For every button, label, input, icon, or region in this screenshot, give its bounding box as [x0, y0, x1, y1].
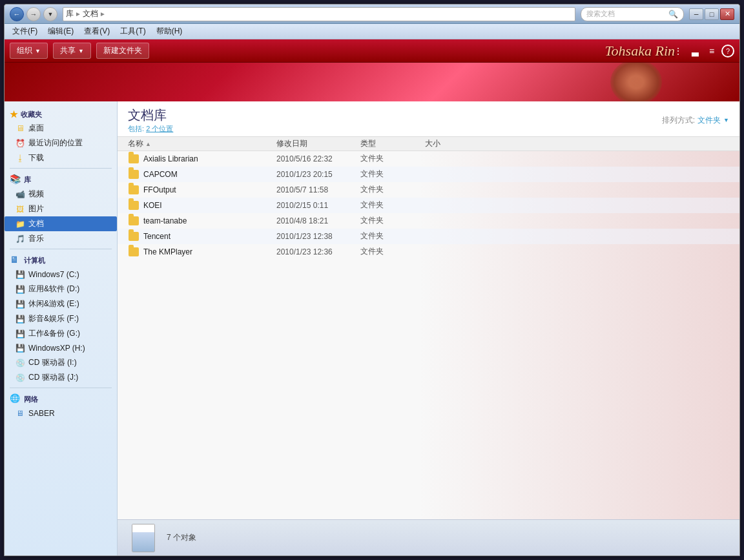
file-type: 文件夹	[360, 184, 425, 195]
sort-arrow: ▼	[723, 117, 729, 123]
folder-icon-2	[129, 185, 139, 194]
drive-g-icon: 💾	[15, 329, 25, 339]
file-folder-icon	[128, 185, 140, 195]
up-button[interactable]: ▼	[43, 7, 57, 21]
col-header-type[interactable]: 类型	[360, 138, 425, 149]
table-row[interactable]: FFOutput 2010/5/7 11:58 文件夹	[118, 182, 739, 198]
file-date: 2010/5/7 11:58	[276, 185, 360, 194]
file-type: 文件夹	[360, 169, 425, 180]
sidebar-item-recent[interactable]: ⏰ 最近访问的位置	[5, 136, 117, 150]
pictures-icon: 🖼	[15, 204, 25, 214]
table-row[interactable]: team-tanabe 2010/4/8 18:21 文件夹	[118, 213, 739, 229]
sidebar-item-documents[interactable]: 📁 文档	[5, 216, 117, 231]
table-row[interactable]: Axialis Librarian 2010/5/16 22:32 文件夹	[118, 151, 739, 167]
banner-character	[610, 63, 662, 101]
col-header-date[interactable]: 修改日期	[276, 138, 360, 149]
file-folder-icon	[128, 169, 140, 180]
search-bar[interactable]: 搜索文档 🔍	[581, 7, 684, 21]
content-area: ★ 收藏夹 🖥 桌面 ⏰ 最近访问的位置 ⭳ 下载	[5, 101, 739, 555]
sidebar-item-downloads[interactable]: ⭳ 下载	[5, 150, 117, 165]
library-icon: 📚	[10, 174, 21, 185]
folder-title-area: 文档库 包括: 2 个位置	[128, 107, 173, 134]
sidebar-favorites-group: ★ 收藏夹 🖥 桌面 ⏰ 最近访问的位置 ⭳ 下载	[5, 107, 117, 165]
sort-area: 排列方式: 文件夹 ▼	[662, 115, 729, 126]
sidebar: ★ 收藏夹 🖥 桌面 ⏰ 最近访问的位置 ⭳ 下载	[5, 101, 118, 555]
sidebar-drive-e[interactable]: 💾 休闲&游戏 (E:)	[5, 296, 117, 311]
layout-icon[interactable]: ▃	[688, 44, 702, 58]
sidebar-item-saber[interactable]: 🖥 SABER	[5, 406, 117, 420]
folder-header: 文档库 包括: 2 个位置 排列方式: 文件夹 ▼	[118, 101, 739, 137]
sidebar-drive-c[interactable]: 💾 Windows7 (C:)	[5, 267, 117, 282]
minimize-button[interactable]: –	[689, 8, 703, 20]
sidebar-item-video[interactable]: 📹 视频	[5, 187, 117, 202]
drive-h-icon: 💾	[15, 343, 25, 353]
sort-value[interactable]: 文件夹	[698, 115, 721, 126]
search-placeholder: 搜索文档	[586, 9, 615, 19]
sidebar-drive-d[interactable]: 💾 应用&软件 (D:)	[5, 282, 117, 296]
file-date: 2010/4/8 18:21	[276, 216, 360, 225]
drive-e-icon: 💾	[15, 299, 25, 309]
folder-icon-4	[129, 216, 139, 225]
table-row[interactable]: CAPCOM 2010/1/23 20:15 文件夹	[118, 167, 739, 182]
col-header-name[interactable]: 名称 ▲	[128, 138, 276, 149]
sidebar-network-group: 🌐 网络 🖥 SABER	[5, 391, 117, 420]
forward-button[interactable]: →	[26, 7, 41, 21]
col-header-size[interactable]: 大小	[425, 138, 477, 149]
table-row[interactable]: The KMPlayer 2010/1/23 12:36 文件夹	[118, 244, 739, 260]
new-folder-button[interactable]: 新建文件夹	[96, 43, 149, 59]
maximize-button[interactable]: □	[705, 8, 719, 20]
breadcrumb-sep1: ►	[75, 10, 81, 17]
sidebar-item-music[interactable]: 🎵 音乐	[5, 231, 117, 246]
breadcrumb: 库 ► 文档 ►	[66, 8, 106, 19]
sidebar-drive-i[interactable]: 💿 CD 驱动器 (I:)	[5, 355, 117, 370]
share-button[interactable]: 共享 ▼	[53, 43, 91, 59]
file-type: 文件夹	[360, 246, 425, 257]
folder-icon-1	[129, 170, 139, 179]
file-area-wrapper: Axialis Librarian 2010/5/16 22:32 文件夹 CA…	[118, 151, 739, 519]
sidebar-drive-h[interactable]: 💾 WindowsXP (H:)	[5, 341, 117, 355]
star-icon: ★	[10, 109, 18, 119]
file-type: 文件夹	[360, 231, 425, 242]
file-name: Tencent	[143, 232, 276, 241]
sidebar-drive-j[interactable]: 💿 CD 驱动器 (J:)	[5, 370, 117, 385]
desktop-icon: 🖥	[15, 123, 25, 134]
file-type: 文件夹	[360, 215, 425, 226]
toolbar-title: Tohsaka Rin	[604, 43, 675, 59]
table-row[interactable]: KOEI 2010/2/15 0:11 文件夹	[118, 198, 739, 213]
title-bar-nav: ← → ▼ 库 ► 文档 ► 搜索文档 🔍	[10, 7, 684, 21]
menu-help[interactable]: 帮助(H)	[151, 25, 188, 38]
download-icon: ⭳	[15, 153, 25, 163]
back-button[interactable]: ←	[10, 7, 24, 21]
drive-d-icon: 💾	[15, 284, 25, 295]
drive-c-icon: 💾	[15, 269, 25, 280]
sidebar-computer-group: 🖥 计算机 💾 Windows7 (C:) 💾 应用&软件 (D:) 💾 休闲&…	[5, 252, 117, 385]
details-icon[interactable]: ≡	[705, 44, 719, 58]
address-bar[interactable]: 库 ► 文档 ►	[63, 7, 575, 21]
sidebar-item-desktop[interactable]: 🖥 桌面	[5, 121, 117, 136]
sidebar-drive-f[interactable]: 💾 影音&娱乐 (F:)	[5, 311, 117, 326]
menu-file[interactable]: 文件(F)	[7, 25, 43, 38]
organize-button[interactable]: 组织 ▼	[10, 43, 48, 59]
folder-locations-link[interactable]: 2 个位置	[146, 125, 173, 132]
share-arrow: ▼	[78, 48, 84, 54]
sidebar-item-pictures[interactable]: 🖼 图片	[5, 202, 117, 216]
video-icon: 📹	[15, 189, 25, 200]
help-icon[interactable]: ?	[721, 45, 734, 57]
folder-subtitle: 包括: 2 个位置	[128, 124, 173, 134]
file-folder-icon	[128, 216, 140, 226]
more-options-icon[interactable]: ⋮	[671, 44, 685, 58]
sidebar-drive-g[interactable]: 💾 工作&备份 (G:)	[5, 326, 117, 341]
close-button[interactable]: ✕	[720, 8, 734, 20]
file-name: FFOutput	[143, 185, 276, 194]
file-type: 文件夹	[360, 153, 425, 164]
file-name: The KMPlayer	[143, 247, 276, 256]
menu-tools[interactable]: 工具(T)	[115, 25, 150, 38]
menu-bar: 文件(F) 编辑(E) 查看(V) 工具(T) 帮助(H)	[5, 24, 739, 39]
menu-view[interactable]: 查看(V)	[79, 25, 115, 38]
file-folder-icon	[128, 247, 140, 257]
drive-i-icon: 💿	[15, 358, 25, 368]
file-list: Axialis Librarian 2010/5/16 22:32 文件夹 CA…	[118, 151, 739, 519]
folder-icon-5	[129, 232, 139, 241]
menu-edit[interactable]: 编辑(E)	[43, 25, 79, 38]
table-row[interactable]: Tencent 2010/1/23 12:38 文件夹	[118, 229, 739, 244]
